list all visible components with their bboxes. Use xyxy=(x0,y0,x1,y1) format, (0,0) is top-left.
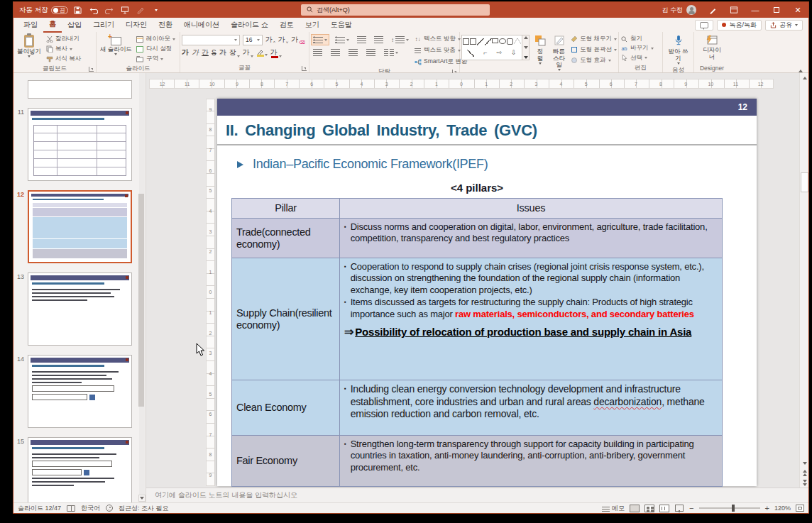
font-size-select[interactable]: 16 xyxy=(243,35,263,45)
tab-애니메이션[interactable]: 애니메이션 xyxy=(178,18,225,32)
tab-전환[interactable]: 전환 xyxy=(153,18,178,32)
change-case-button[interactable]: 가 xyxy=(243,48,253,57)
character-spacing-button[interactable]: 장 xyxy=(229,48,240,57)
arrange-button[interactable]: 정렬 xyxy=(532,33,548,66)
fit-to-window-icon[interactable] xyxy=(796,505,804,512)
designer-button[interactable]: 디자이너 xyxy=(698,33,726,62)
shapes-scroll-down-icon[interactable] xyxy=(524,46,528,49)
justify-button[interactable] xyxy=(364,47,378,58)
shape-outline-button[interactable]: 도형 윤곽선 xyxy=(570,45,617,54)
zoom-level[interactable]: 120% xyxy=(774,505,791,512)
slide-title[interactable]: II. Changing Global Industry, Trade (GVC… xyxy=(217,116,757,145)
clipboard-dialog-launcher-icon[interactable] xyxy=(89,67,94,72)
next-slide-icon[interactable] xyxy=(800,478,808,488)
tab-검토[interactable]: 검토 xyxy=(274,18,300,32)
canvas-scrollbar[interactable] xyxy=(799,73,808,488)
notes-pane[interactable]: 여기에 슬라이드 노트의 내용을 입력하십시오 xyxy=(146,488,808,502)
thumbnail-scrollbar[interactable] xyxy=(139,73,145,502)
slide-thumbnail-14[interactable]: 14 xyxy=(13,355,146,428)
present-from-start-icon[interactable] xyxy=(119,4,131,16)
clear-formatting-button[interactable]: 가⌫ xyxy=(291,35,304,45)
spell-check-icon[interactable] xyxy=(67,505,75,512)
zoom-slider-knob[interactable] xyxy=(732,505,735,512)
redo-icon[interactable] xyxy=(104,4,115,16)
slide-sorter-view-button[interactable] xyxy=(644,505,654,512)
record-button[interactable]: 녹음/녹화 xyxy=(717,20,762,31)
tab-보기[interactable]: 보기 xyxy=(300,18,325,32)
reset-button[interactable]: 다시 설정 xyxy=(136,45,175,53)
table-header-issues[interactable]: Issues xyxy=(340,199,723,219)
shape-fill-button[interactable]: 도형 채우기 xyxy=(570,35,617,43)
underline-button[interactable]: 간 xyxy=(202,48,209,57)
find-button[interactable]: 찾기 xyxy=(620,35,661,43)
bullets-button[interactable] xyxy=(311,34,329,45)
issues-cell[interactable]: ▪Including clean energy conversion techn… xyxy=(340,380,723,436)
font-color-button[interactable]: 가 xyxy=(270,48,282,57)
zoom-slider[interactable] xyxy=(699,507,760,509)
vertical-ruler[interactable]: 9876543210123456789 xyxy=(206,99,215,486)
format-painter-button[interactable]: 서식 복사 xyxy=(45,55,81,63)
comments-button[interactable] xyxy=(695,20,713,31)
normal-view-button[interactable] xyxy=(630,505,640,512)
close-button[interactable]: ✕ xyxy=(787,2,808,18)
increase-indent-button[interactable] xyxy=(372,34,385,45)
strikethrough-button[interactable]: S xyxy=(212,49,216,57)
tab-홈[interactable]: 홈 xyxy=(43,17,62,33)
slideshow-view-button[interactable] xyxy=(674,505,684,512)
pillars-table[interactable]: PillarIssuesTrade(connected economy)▪Dis… xyxy=(231,198,723,487)
numbering-button[interactable] xyxy=(333,34,351,45)
font-dialog-launcher-icon[interactable] xyxy=(302,66,307,71)
pillar-cell[interactable]: Supply Chain(resilient economy) xyxy=(232,258,340,380)
tab-도움말[interactable]: 도움말 xyxy=(325,18,358,32)
search-input[interactable]: 검색(Alt+Q) xyxy=(301,4,490,16)
text-shadow-button[interactable]: 가 xyxy=(219,48,226,57)
autosave-toggle[interactable]: 자동 저장 끔 xyxy=(19,6,68,15)
account-button[interactable]: 김 수정 xyxy=(656,5,702,15)
previous-slide-icon[interactable] xyxy=(800,468,808,478)
share-button[interactable]: 공유 xyxy=(765,20,803,31)
bold-button[interactable]: 가 xyxy=(182,48,189,57)
shapes-gallery[interactable]: ⌐⇨⇩ xyxy=(461,35,522,60)
font-name-select[interactable] xyxy=(182,35,240,45)
align-center-button[interactable] xyxy=(329,47,342,58)
pillar-cell[interactable]: Fair Economy xyxy=(232,436,340,487)
slide-thumbnail-15[interactable]: 15 xyxy=(13,437,146,502)
shape-effects-button[interactable]: 도형 효과 xyxy=(570,56,617,65)
pillar-cell[interactable]: Trade(connected economy) xyxy=(232,219,340,258)
tab-슬라이드 쇼[interactable]: 슬라이드 쇼 xyxy=(225,18,274,32)
select-button[interactable]: 선택 xyxy=(620,54,661,62)
save-icon[interactable] xyxy=(72,4,84,16)
shapes-more-icon[interactable] xyxy=(524,56,528,59)
zoom-out-button[interactable]: − xyxy=(689,504,693,512)
scrollbar-thumb[interactable] xyxy=(801,172,808,192)
notes-toggle-button[interactable]: 메모 xyxy=(602,504,625,513)
collapse-ribbon-icon[interactable] xyxy=(799,62,803,70)
section-button[interactable]: 구역 xyxy=(136,55,175,63)
quick-access-customize-icon[interactable] xyxy=(150,4,162,16)
minimize-button[interactable]: — xyxy=(745,2,766,18)
slide-bullet-line[interactable]: Indian–Pacific Economic Framework(IPEF) xyxy=(217,145,757,172)
highlight-color-button[interactable] xyxy=(256,49,268,56)
dictate-button[interactable]: 받아 쓰기 xyxy=(664,33,692,66)
ribbon-display-options-icon[interactable] xyxy=(723,2,745,18)
slide-thumbnail-13[interactable]: 13 xyxy=(13,272,146,346)
shrink-font-button[interactable]: 가˅ xyxy=(278,35,289,45)
issues-cell[interactable]: ▪Strengthen long-term transparency throu… xyxy=(340,436,723,487)
grow-font-button[interactable]: 가^ xyxy=(265,35,275,45)
tab-파일[interactable]: 파일 xyxy=(18,18,43,32)
decrease-indent-button[interactable] xyxy=(355,34,368,45)
italic-button[interactable]: 가 xyxy=(192,48,199,57)
tab-그리기[interactable]: 그리기 xyxy=(87,18,120,32)
horizontal-ruler[interactable]: 1211109876543210123456789101112 xyxy=(149,79,774,89)
pillar-cell[interactable]: Clean Economy xyxy=(232,380,340,436)
thumbnail-scroll-down-icon[interactable] xyxy=(138,495,146,502)
cut-button[interactable]: 잘라내기 xyxy=(45,35,81,43)
align-left-button[interactable] xyxy=(311,47,324,58)
quick-styles-button[interactable]: 빠른 스타일 xyxy=(551,33,567,72)
slide-thumbnail-12[interactable]: 12 xyxy=(13,190,146,263)
reading-view-button[interactable] xyxy=(659,505,669,512)
slide-header-bar[interactable]: 12 xyxy=(217,99,757,116)
slide-thumbnail-11[interactable]: 11 xyxy=(13,108,146,181)
undo-icon[interactable] xyxy=(88,4,99,16)
tab-삽입[interactable]: 삽입 xyxy=(62,18,87,32)
